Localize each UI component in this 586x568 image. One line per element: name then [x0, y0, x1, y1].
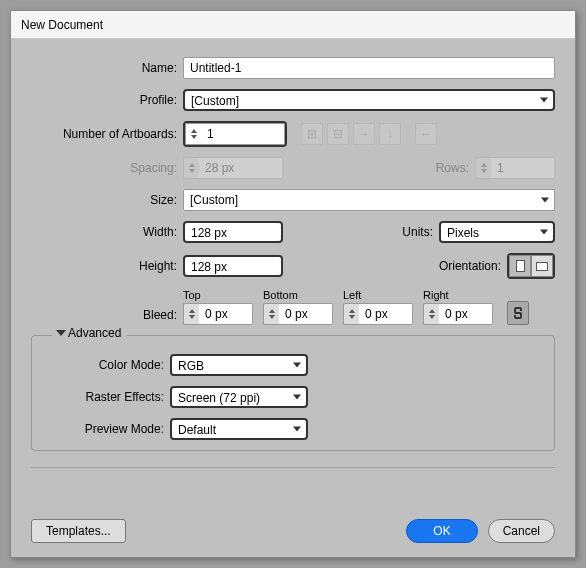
spacing-value: 28 px — [199, 157, 283, 179]
chevron-down-icon — [293, 363, 301, 368]
units-value: Pixels — [447, 226, 479, 240]
bleed-right-stepper[interactable]: 0 px — [423, 303, 493, 325]
colormode-select[interactable]: RGB — [170, 354, 308, 376]
colormode-value: RGB — [178, 359, 204, 373]
height-input[interactable]: 128 px — [183, 255, 283, 277]
bleed-bottom-label: Bottom — [263, 289, 333, 301]
colormode-label: Color Mode: — [42, 358, 170, 372]
dialog-body: Name: Untitled-1 Profile: [Custom] Numbe… — [11, 39, 575, 557]
bleed-top-value[interactable]: 0 px — [199, 303, 253, 325]
preview-value: Default — [178, 423, 216, 437]
units-select[interactable]: Pixels — [439, 221, 555, 243]
chevron-down-icon — [293, 427, 301, 432]
arrange-left-icon: ← — [415, 123, 437, 145]
artboards-value[interactable]: 1 — [201, 123, 285, 145]
divider — [31, 467, 555, 468]
raster-select[interactable]: Screen (72 ppi) — [170, 386, 308, 408]
profile-value: [Custom] — [191, 94, 239, 108]
link-bleed-icon[interactable] — [507, 301, 529, 325]
orientation-landscape[interactable] — [531, 255, 553, 277]
arrange-down-icon: ↓ — [379, 123, 401, 145]
artboards-stepper[interactable]: 1 — [183, 121, 287, 147]
preview-select[interactable]: Default — [170, 418, 308, 440]
profile-select[interactable]: [Custom] — [183, 89, 555, 111]
width-label: Width: — [31, 225, 183, 239]
preview-label: Preview Mode: — [42, 422, 170, 436]
advanced-toggle[interactable]: Advanced — [52, 326, 127, 340]
bleed-top-label: Top — [183, 289, 253, 301]
name-input[interactable]: Untitled-1 — [183, 57, 555, 79]
orientation-group — [507, 253, 555, 279]
ok-button[interactable]: OK — [406, 519, 477, 543]
bleed-left-label: Left — [343, 289, 413, 301]
bleed-left-stepper[interactable]: 0 px — [343, 303, 413, 325]
rows-value: 1 — [491, 157, 555, 179]
spacing-stepper: 28 px — [183, 157, 283, 179]
arrange-right-icon: → — [353, 123, 375, 145]
raster-label: Raster Effects: — [42, 390, 170, 404]
bleed-bottom-value[interactable]: 0 px — [279, 303, 333, 325]
cancel-button[interactable]: Cancel — [488, 519, 555, 543]
artboards-label: Number of Artboards: — [31, 127, 183, 141]
chevron-down-icon — [541, 198, 549, 203]
size-select[interactable]: [Custom] — [183, 189, 555, 211]
advanced-label: Advanced — [68, 326, 121, 340]
chevron-down-icon — [540, 230, 548, 235]
raster-value: Screen (72 ppi) — [178, 391, 260, 405]
bleed-right-value[interactable]: 0 px — [439, 303, 493, 325]
height-label: Height: — [31, 259, 183, 273]
chevron-down-icon — [293, 395, 301, 400]
bleed-label: Bleed: — [31, 308, 183, 322]
orientation-portrait[interactable] — [509, 255, 531, 277]
bleed-right-label: Right — [423, 289, 493, 301]
grid-by-col-icon: ⊟ — [327, 123, 349, 145]
new-document-dialog: New Document Name: Untitled-1 Profile: [… — [10, 10, 576, 558]
dialog-title: New Document — [11, 11, 575, 39]
profile-label: Profile: — [31, 93, 183, 107]
orientation-label: Orientation: — [439, 259, 507, 273]
dialog-footer: Templates... OK Cancel — [31, 519, 555, 543]
bleed-left-value[interactable]: 0 px — [359, 303, 413, 325]
grid-by-row-icon: ⊞ — [301, 123, 323, 145]
width-input[interactable]: 128 px — [183, 221, 283, 243]
disclosure-triangle-icon — [56, 330, 66, 336]
name-label: Name: — [31, 61, 183, 75]
chevron-down-icon — [540, 98, 548, 103]
rows-label: Rows: — [436, 161, 475, 175]
bleed-top-stepper[interactable]: 0 px — [183, 303, 253, 325]
bleed-bottom-stepper[interactable]: 0 px — [263, 303, 333, 325]
rows-stepper: 1 — [475, 157, 555, 179]
size-label: Size: — [31, 193, 183, 207]
units-label: Units: — [402, 225, 439, 239]
size-value: [Custom] — [190, 193, 238, 207]
templates-button[interactable]: Templates... — [31, 519, 126, 543]
spacing-label: Spacing: — [31, 161, 183, 175]
advanced-group: Advanced Color Mode: RGB Raster Effects:… — [31, 335, 555, 451]
